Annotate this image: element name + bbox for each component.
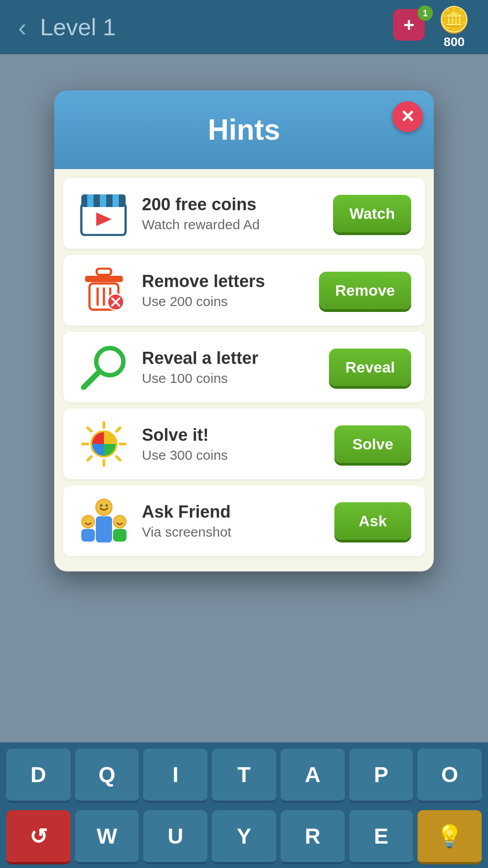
key-U[interactable]: U (143, 810, 207, 864)
hint-row-remove: Remove letters Use 200 coins Remove (63, 255, 425, 326)
hint-row-watch: 200 free coins Watch rewarded Ad Watch (63, 178, 425, 249)
key-D[interactable]: D (6, 749, 70, 803)
top-bar: ‹ Level 1 + 1 🪙 800 (0, 0, 488, 54)
hint-title-remove: Remove letters (142, 272, 308, 291)
svg-point-34 (82, 515, 94, 528)
svg-rect-35 (81, 529, 95, 542)
level-title: Level 1 (40, 14, 116, 41)
reveal-button[interactable]: Reveal (329, 349, 411, 386)
reset-button[interactable]: ↺ (6, 810, 70, 864)
hint-title-watch: 200 free coins (142, 195, 322, 214)
close-icon: ✕ (400, 108, 415, 125)
plus-badge[interactable]: + 1 (393, 9, 429, 45)
reset-icon: ↺ (29, 824, 47, 849)
key-Q[interactable]: Q (75, 749, 139, 803)
hints-dialog: Hints ✕ (54, 90, 434, 571)
key-T[interactable]: T (212, 749, 276, 803)
svg-line-22 (117, 457, 120, 460)
trash-icon (77, 268, 131, 313)
hint-key-button[interactable]: 💡 (418, 810, 482, 864)
svg-line-21 (88, 428, 91, 431)
hint-subtitle-ask: Via screenshot (142, 524, 324, 540)
hint-text-watch: 200 free coins Watch rewarded Ad (142, 195, 322, 232)
hint-subtitle-reveal: Use 100 coins (142, 371, 318, 386)
friends-icon (77, 498, 131, 543)
hint-row-reveal: Reveal a letter Use 100 coins Reveal (63, 332, 425, 402)
watch-button[interactable]: Watch (333, 195, 411, 232)
clapper-icon (77, 191, 131, 236)
svg-rect-2 (87, 194, 94, 207)
svg-rect-38 (96, 516, 112, 542)
svg-rect-37 (113, 529, 127, 542)
svg-rect-6 (97, 269, 111, 275)
coins-icon: 🪙 (438, 5, 470, 35)
svg-point-31 (96, 499, 112, 515)
ask-button[interactable]: Ask (334, 502, 411, 540)
hint-subtitle-remove: Use 200 coins (142, 294, 308, 309)
remove-button[interactable]: Remove (319, 272, 411, 309)
hint-title-ask: Ask Friend (142, 502, 324, 522)
badge-count: 1 (418, 5, 433, 21)
bulb-icon (77, 421, 131, 467)
key-I[interactable]: I (143, 749, 207, 803)
keyboard-row-2: ↺ W U Y R E 💡 (0, 807, 488, 868)
key-W[interactable]: W (75, 810, 139, 864)
key-E[interactable]: E (349, 810, 413, 864)
coins-count: 800 (444, 35, 465, 49)
svg-rect-3 (100, 194, 106, 207)
hint-row-ask: Ask Friend Via screenshot Ask (63, 486, 425, 556)
key-R[interactable]: R (281, 810, 345, 864)
key-Y[interactable]: Y (212, 810, 276, 864)
keyboard-area: D Q I T A P O ↺ W U Y R E 💡 (0, 742, 488, 868)
hint-title-reveal: Reveal a letter (142, 349, 318, 368)
svg-point-33 (106, 505, 108, 507)
dialog-body: 200 free coins Watch rewarded Ad Watch (54, 169, 434, 571)
top-right-controls: + 1 🪙 800 (393, 5, 470, 49)
hint-text-ask: Ask Friend Via screenshot (142, 502, 324, 540)
dialog-title: Hints (208, 113, 280, 146)
magnifier-icon (77, 344, 131, 390)
hint-subtitle-solve: Use 300 coins (142, 448, 324, 463)
keyboard-row-1: D Q I T A P O (0, 742, 488, 807)
svg-point-32 (100, 505, 103, 507)
svg-line-16 (84, 372, 99, 387)
close-button[interactable]: ✕ (392, 101, 423, 132)
svg-line-24 (88, 457, 91, 460)
hint-text-reveal: Reveal a letter Use 100 coins (142, 349, 318, 386)
svg-point-36 (113, 515, 126, 528)
back-button[interactable]: ‹ (18, 13, 27, 42)
dialog-header: Hints ✕ (54, 90, 434, 169)
dialog-overlay: Hints ✕ (0, 54, 488, 571)
hint-title-solve: Solve it! (142, 425, 324, 445)
coins-display: 🪙 800 (438, 5, 470, 49)
svg-line-23 (117, 428, 120, 431)
hint-subtitle-watch: Watch rewarded Ad (142, 217, 322, 232)
key-A[interactable]: A (281, 749, 345, 803)
key-O[interactable]: O (418, 749, 482, 803)
svg-rect-4 (113, 194, 119, 207)
hint-text-solve: Solve it! Use 300 coins (142, 425, 324, 463)
hint-row-solve: Solve it! Use 300 coins Solve (63, 409, 425, 479)
hint-key-icon: 💡 (436, 824, 463, 849)
solve-button[interactable]: Solve (334, 425, 411, 463)
svg-rect-7 (85, 276, 123, 282)
key-P[interactable]: P (349, 749, 413, 803)
hint-text-remove: Remove letters Use 200 coins (142, 272, 308, 309)
